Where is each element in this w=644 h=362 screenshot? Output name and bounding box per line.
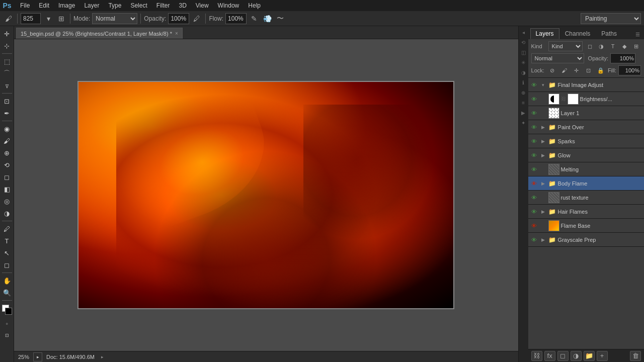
layer-visibility-po[interactable]: 👁 bbox=[530, 123, 538, 131]
layer-visibility-sp[interactable]: 👁 bbox=[530, 137, 538, 145]
layer-sparks[interactable]: 👁 ▶ 📁 Sparks bbox=[528, 134, 644, 148]
layer-glow[interactable]: 👁 ▶ 📁 Glow bbox=[528, 148, 644, 162]
navigator-icon[interactable]: ⊕ bbox=[519, 88, 527, 97]
layer-brightness-contrast[interactable]: 👁 ⛓ Brightness/... bbox=[528, 92, 644, 106]
info-icon[interactable]: ℹ bbox=[519, 78, 527, 86]
panel-menu-icon[interactable]: ☰ bbox=[633, 30, 642, 39]
filter-shape-icon[interactable]: ◆ bbox=[619, 41, 629, 51]
menu-layer[interactable]: Layer bbox=[80, 1, 103, 10]
clone-tool[interactable]: ⊕ bbox=[2, 147, 13, 158]
menu-type[interactable]: Type bbox=[104, 1, 125, 10]
expand-bf[interactable]: ▶ bbox=[540, 180, 547, 187]
blend-mode-select[interactable]: Normal Multiply Screen bbox=[92, 13, 137, 24]
pen-tool[interactable]: 🖊 bbox=[2, 223, 13, 234]
doc-info-arrow[interactable]: ▸ bbox=[99, 353, 106, 360]
flow-input[interactable] bbox=[225, 13, 247, 24]
filter-pixel-icon[interactable]: ◻ bbox=[585, 41, 595, 51]
zoom-tool[interactable]: 🔍 bbox=[2, 287, 13, 298]
menu-filter[interactable]: Filter bbox=[152, 1, 174, 10]
blur-tool[interactable]: ◎ bbox=[2, 196, 13, 207]
zoom-indicator[interactable]: ▸ bbox=[33, 352, 42, 361]
tool-presets-icon[interactable]: ✳ bbox=[519, 58, 527, 66]
marquee-tool[interactable]: ⬚ bbox=[2, 56, 13, 67]
menu-select[interactable]: Select bbox=[126, 1, 151, 10]
tab-close-button[interactable]: × bbox=[175, 31, 178, 36]
tab-layers[interactable]: Layers bbox=[530, 28, 559, 39]
filter-adjustment-icon[interactable]: ◑ bbox=[596, 41, 606, 51]
layer-visibility-rust[interactable]: 👁 bbox=[530, 194, 538, 202]
color-swatches[interactable] bbox=[2, 305, 12, 315]
history-icon[interactable]: ⟲ bbox=[519, 38, 527, 46]
layer-flame-base[interactable]: 👁 Flame Base bbox=[528, 219, 644, 233]
new-adjustment-btn[interactable]: ◑ bbox=[571, 351, 582, 361]
brush-tool-icon[interactable]: 🖌 bbox=[3, 13, 14, 24]
add-mask-btn[interactable]: ◻ bbox=[557, 351, 569, 361]
quick-select-tool[interactable]: ⍒ bbox=[2, 80, 13, 91]
lock-position-icon[interactable]: ✛ bbox=[572, 65, 582, 75]
expand-gp[interactable]: ▶ bbox=[540, 236, 547, 243]
new-group-btn[interactable]: 📁 bbox=[584, 351, 595, 361]
flow-pressure-icon[interactable]: ✎ bbox=[249, 13, 260, 24]
lock-artboard-icon[interactable]: ⊡ bbox=[584, 65, 594, 75]
layer-melting[interactable]: 👁 Melting bbox=[528, 162, 644, 176]
tab-channels[interactable]: Channels bbox=[559, 28, 596, 39]
shape-tool[interactable]: ◻ bbox=[2, 259, 13, 270]
layer-visibility-final[interactable]: 👁 bbox=[530, 81, 538, 89]
collapse-icon[interactable]: ◂ bbox=[519, 28, 527, 36]
layer-body-flame[interactable]: 👁 ▶ 📁 Body Flame bbox=[528, 176, 644, 191]
history-brush-tool[interactable]: ⟲ bbox=[2, 159, 13, 170]
fill-value-input[interactable] bbox=[618, 65, 641, 75]
opacity-pressure-icon[interactable]: 🖊 bbox=[191, 13, 202, 24]
eyedropper-tool[interactable]: ✒ bbox=[2, 108, 13, 119]
screen-mode-btn[interactable]: ⊡ bbox=[2, 330, 13, 341]
hand-tool[interactable]: ✋ bbox=[2, 275, 13, 286]
lock-paint-icon[interactable]: 🖌 bbox=[559, 65, 570, 75]
menu-edit[interactable]: Edit bbox=[35, 1, 53, 10]
menu-window[interactable]: Window bbox=[214, 1, 244, 10]
crop-tool[interactable]: ⊡ bbox=[2, 96, 13, 107]
opacity-value-input[interactable] bbox=[610, 53, 635, 63]
menu-image[interactable]: Image bbox=[54, 1, 79, 10]
layer-visibility-bf[interactable]: 👁 bbox=[530, 179, 538, 188]
brush-size-input[interactable] bbox=[21, 13, 41, 24]
dodge-tool[interactable]: ◑ bbox=[2, 208, 13, 219]
airbrush-icon[interactable]: 💨 bbox=[262, 13, 273, 24]
filter-kind-select[interactable]: Kind bbox=[548, 41, 583, 51]
adjustments-icon[interactable]: ◑ bbox=[519, 68, 527, 76]
lock-all-icon[interactable]: 🔒 bbox=[596, 65, 606, 75]
layer-visibility-gp[interactable]: 👁 bbox=[530, 236, 538, 244]
eraser-tool[interactable]: ◻ bbox=[2, 171, 13, 183]
path-select-tool[interactable]: ↖ bbox=[2, 247, 13, 258]
document-tab[interactable]: 15_begin.psd @ 25% (Brightness/Contrast … bbox=[16, 28, 183, 39]
link-layers-btn[interactable]: ⛓ bbox=[531, 351, 542, 361]
background-color[interactable] bbox=[5, 308, 12, 315]
layer-paint-over[interactable]: 👁 ▶ 📁 Paint Over bbox=[528, 120, 644, 134]
layer-hair-flames[interactable]: 👁 ▶ 📁 Hair Flames bbox=[528, 205, 644, 219]
layer-rust-texture[interactable]: 👁 rust texture bbox=[528, 191, 644, 205]
layer-visibility-l1[interactable]: 👁 bbox=[530, 109, 538, 117]
blend-mode-select[interactable]: Normal Multiply bbox=[531, 53, 584, 63]
opacity-input[interactable] bbox=[168, 13, 189, 24]
move-tool[interactable]: ✛ bbox=[2, 28, 13, 39]
expand-po[interactable]: ▶ bbox=[540, 124, 547, 131]
gradient-tool[interactable]: ◧ bbox=[2, 184, 13, 195]
layer-visibility-hf[interactable]: 👁 bbox=[530, 208, 538, 216]
channels-icon[interactable]: ≡ bbox=[519, 99, 527, 107]
layer-visibility-fb[interactable]: 👁 bbox=[530, 222, 538, 230]
sparkle-icon[interactable]: ✦ bbox=[519, 119, 527, 127]
filter-type-icon[interactable]: T bbox=[608, 41, 618, 51]
spot-heal-tool[interactable]: ◉ bbox=[2, 123, 13, 134]
expand-final[interactable]: ▾ bbox=[540, 81, 547, 88]
layer-visibility-melt[interactable]: 👁 bbox=[530, 165, 538, 173]
artboard-tool[interactable]: ⊹ bbox=[2, 40, 13, 51]
fx-btn[interactable]: fx bbox=[544, 351, 555, 361]
menu-3d[interactable]: 3D bbox=[175, 1, 190, 10]
layer-final-image-adjust[interactable]: 👁 ▾ 📁 Final Image Adjust bbox=[528, 78, 644, 92]
workspace-select[interactable]: Painting Essentials Photography bbox=[581, 13, 641, 24]
quick-mask-btn[interactable]: ⬦ bbox=[2, 318, 13, 329]
text-tool[interactable]: T bbox=[2, 235, 13, 246]
expand-glow[interactable]: ▶ bbox=[540, 152, 547, 159]
smoothing-icon[interactable]: 〜 bbox=[275, 13, 286, 24]
new-layer-btn[interactable]: + bbox=[597, 351, 608, 361]
filter-smartobj-icon[interactable]: ⊞ bbox=[631, 41, 641, 51]
